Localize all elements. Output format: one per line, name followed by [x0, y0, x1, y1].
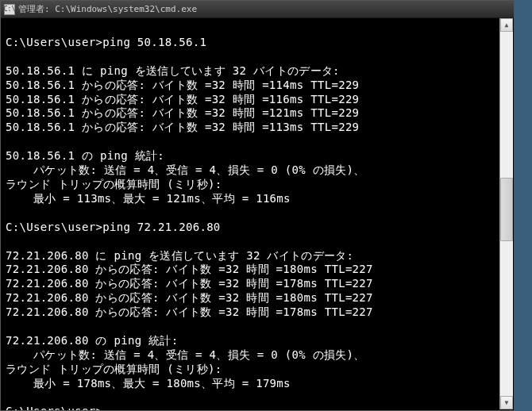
console-line — [6, 135, 509, 149]
chevron-up-icon: ▲ — [505, 21, 509, 29]
chevron-down-icon: ▼ — [505, 399, 509, 406]
console-line: ラウンド トリップの概算時間 (ミリ秒): — [6, 363, 509, 377]
console-line — [6, 21, 509, 36]
scroll-up-button[interactable]: ▲ — [500, 18, 513, 32]
console-line: 72.21.206.80 からの応答: バイト数 =32 時間 =178ms T… — [6, 277, 509, 291]
console-line: 50.18.56.1 からの応答: バイト数 =32 時間 =114ms TTL… — [6, 79, 509, 93]
console-line: C:\Users\user> — [6, 405, 509, 410]
console-line — [6, 320, 509, 334]
console-line: 72.21.206.80 からの応答: バイト数 =32 時間 =178ms T… — [6, 305, 509, 320]
console-line: 72.21.206.80 に ping を送信しています 32 バイトのデータ: — [6, 249, 509, 263]
console-line: C:\Users\user>ping 72.21.206.80 — [6, 221, 509, 235]
titlebar[interactable]: C:\ 管理者: C:\Windows\system32\cmd.exe — [1, 1, 514, 18]
console-line: 50.18.56.1 の ping 統計: — [6, 149, 509, 163]
console-line: パケット数: 送信 = 4、受信 = 4、損失 = 0 (0% の損失)、 — [6, 348, 509, 363]
console-line: 72.21.206.80 からの応答: バイト数 =32 時間 =180ms T… — [6, 263, 509, 277]
cmd-icon: C:\ — [4, 4, 15, 15]
console-line: 50.18.56.1 に ping を送信しています 32 バイトのデータ: — [6, 64, 509, 79]
console-line — [6, 391, 509, 405]
console-line: 72.21.206.80 の ping 統計: — [6, 334, 509, 348]
console-line: 50.18.56.1 からの応答: バイト数 =32 時間 =113ms TTL… — [6, 121, 509, 135]
console-line: ラウンド トリップの概算時間 (ミリ秒): — [6, 178, 509, 192]
console-line: 50.18.56.1 からの応答: バイト数 =32 時間 =116ms TTL… — [6, 93, 509, 107]
console-line: 最小 = 113ms、最大 = 121ms、平均 = 116ms — [6, 192, 509, 206]
cmd-window: C:\ 管理者: C:\Windows\system32\cmd.exe C:\… — [0, 0, 515, 411]
console-line: 50.18.56.1 からの応答: バイト数 =32 時間 =121ms TTL… — [6, 106, 509, 121]
console-line — [6, 50, 509, 64]
console-line: 72.21.206.80 からの応答: バイト数 =32 時間 =180ms T… — [6, 291, 509, 305]
scroll-track[interactable] — [500, 32, 513, 396]
console-output[interactable]: C:\Users\user>ping 50.18.56.1 50.18.56.1… — [1, 18, 514, 410]
console-line — [6, 235, 509, 249]
scroll-thumb[interactable] — [500, 178, 513, 241]
scroll-down-button[interactable]: ▼ — [500, 396, 513, 409]
console-line: 最小 = 178ms、最大 = 180ms、平均 = 179ms — [6, 377, 509, 391]
vertical-scrollbar[interactable]: ▲ ▼ — [499, 18, 513, 409]
window-title: 管理者: C:\Windows\system32\cmd.exe — [18, 3, 197, 15]
console-line: C:\Users\user>ping 50.18.56.1 — [6, 36, 509, 50]
console-line — [6, 206, 509, 221]
console-line: パケット数: 送信 = 4、受信 = 4、損失 = 0 (0% の損失)、 — [6, 163, 509, 178]
